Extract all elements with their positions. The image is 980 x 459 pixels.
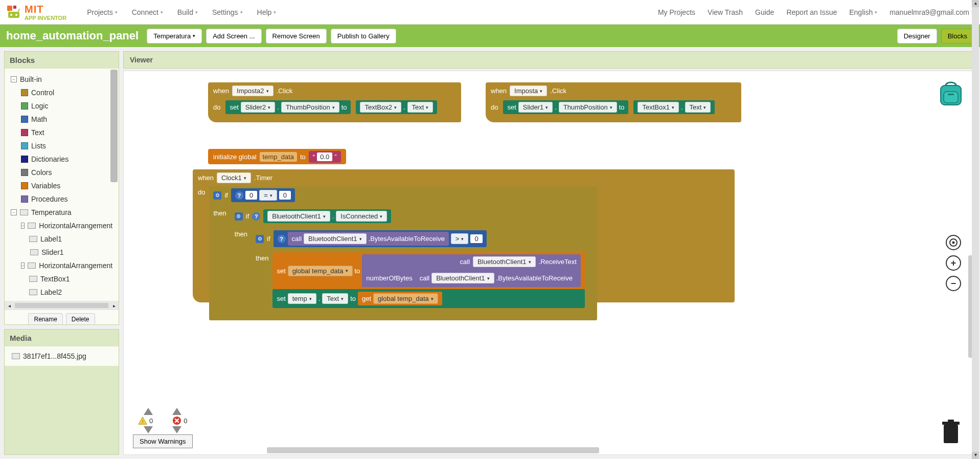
link-my-projects[interactable]: My Projects xyxy=(658,8,695,16)
component-item[interactable]: TextBox1 xyxy=(9,272,115,286)
scroll-right-icon[interactable]: ▸ xyxy=(109,303,119,309)
triangle-down-icon[interactable] xyxy=(144,426,153,433)
category-colors[interactable]: Colors xyxy=(9,166,115,179)
blocks-tab-button[interactable]: Blocks xyxy=(941,29,974,43)
help-icon[interactable]: ? xyxy=(235,191,243,200)
number-input[interactable]: 0 xyxy=(279,191,291,200)
page-scrollbar[interactable]: ▴ ▾ xyxy=(972,0,979,459)
show-warnings-button[interactable]: Show Warnings xyxy=(133,434,193,448)
number-input[interactable]: 0 xyxy=(470,234,482,243)
if-block[interactable]: ⚙ if ? 0 = 0 then xyxy=(209,186,597,320)
set-variable-block[interactable]: set global temp_data to call xyxy=(272,252,585,289)
link-guide[interactable]: Guide xyxy=(755,8,774,16)
designer-tab-button[interactable]: Designer xyxy=(897,29,937,43)
property-block[interactable]: BluetoothClient1 . IsConnected xyxy=(263,209,391,223)
blocks-viewer[interactable]: when Imposta2 .Click do set Slider2 . Th… xyxy=(123,71,976,455)
text-value[interactable]: 0.0 xyxy=(317,152,332,161)
menu-settings[interactable]: Settings xyxy=(212,8,243,16)
blocks-canvas[interactable]: when Imposta2 .Click do set Slider2 . Th… xyxy=(124,71,975,454)
trash-icon[interactable] xyxy=(941,420,961,444)
zoom-in-button[interactable]: + xyxy=(946,255,961,271)
gear-icon[interactable]: ⚙ xyxy=(235,212,243,221)
scroll-down-icon[interactable]: ▾ xyxy=(972,452,979,459)
language-dropdown[interactable]: English xyxy=(849,8,877,16)
operator-dropdown[interactable]: = xyxy=(259,190,277,201)
call-block[interactable]: call BluetoothClient1 .BytesAvailableToR… xyxy=(416,271,577,285)
viewer-hscrollbar[interactable] xyxy=(124,447,968,453)
backpack-icon[interactable] xyxy=(937,78,965,107)
category-variables[interactable]: Variables xyxy=(9,179,115,192)
category-logic[interactable]: Logic xyxy=(9,99,115,113)
collapse-icon[interactable]: − xyxy=(21,263,25,269)
if-block[interactable]: ⚙ if ? BluetoothClient1 . IsConnected xyxy=(231,207,593,316)
recenter-button[interactable] xyxy=(946,235,961,250)
category-math[interactable]: Math xyxy=(9,113,115,126)
scrollbar-thumb[interactable] xyxy=(267,447,599,453)
property-dropdown[interactable]: ThumbPosition xyxy=(281,102,339,113)
operator-dropdown[interactable]: > xyxy=(451,233,469,244)
menu-build[interactable]: Build xyxy=(177,8,198,16)
component-dropdown[interactable]: Imposta xyxy=(510,85,547,96)
palette-scrollbar[interactable] xyxy=(110,70,118,182)
category-dictionaries[interactable]: Dictionaries xyxy=(9,152,115,166)
menu-projects[interactable]: Projects xyxy=(87,8,118,16)
rename-button[interactable]: Rename xyxy=(28,313,62,324)
user-dropdown[interactable]: manuelmra9@gmail.com xyxy=(890,8,974,16)
component-dropdown[interactable]: TextBox1 xyxy=(637,102,678,113)
call-block[interactable]: call BluetoothClient1 .BytesAvailableToR… xyxy=(288,232,449,246)
component-dropdown[interactable]: BluetoothClient1 xyxy=(473,256,535,267)
triangle-up-icon[interactable] xyxy=(144,408,153,415)
component-item[interactable]: −HorizontalArrangement xyxy=(9,259,115,272)
category-control[interactable]: Control xyxy=(9,86,115,99)
remove-screen-button[interactable]: Remove Screen xyxy=(266,29,327,43)
category-procedures[interactable]: Procedures xyxy=(9,192,115,206)
number-input[interactable]: 0 xyxy=(245,191,257,200)
set-block[interactable]: set Slider1 . ThumbPosition to xyxy=(503,100,628,114)
scroll-left-icon[interactable]: ◂ xyxy=(5,303,14,309)
component-dropdown[interactable]: BluetoothClient1 xyxy=(304,233,366,244)
help-icon[interactable]: ? xyxy=(278,235,286,243)
zoom-out-button[interactable]: − xyxy=(946,276,961,291)
block-when-clock1-timer[interactable]: when Clock1 .Timer do ⚙ if ? xyxy=(193,169,735,302)
text-literal-block[interactable]: “ 0.0 ” xyxy=(309,151,341,163)
tree-builtin[interactable]: − Built-in xyxy=(9,73,115,86)
equals-block[interactable]: ? 0 = 0 xyxy=(231,188,295,202)
collapse-icon[interactable]: − xyxy=(21,223,25,229)
block-init-global[interactable]: initialize global temp_data to “ 0.0 ” xyxy=(208,149,346,164)
triangle-up-icon[interactable] xyxy=(172,408,181,415)
component-item[interactable]: Slider1 xyxy=(9,246,115,259)
logo[interactable]: MIT APP INVENTOR xyxy=(6,4,66,20)
variable-dropdown[interactable]: global temp_data xyxy=(373,293,438,304)
property-dropdown[interactable]: ThumbPosition xyxy=(559,102,617,113)
scroll-up-icon[interactable]: ▴ xyxy=(972,0,979,7)
call-receivetext-block[interactable]: call BluetoothClient1 .ReceiveText numbe… xyxy=(362,254,581,287)
if-block[interactable]: ⚙ if ? call BluetoothClient1 xyxy=(252,228,589,312)
menu-connect[interactable]: Connect xyxy=(132,8,163,16)
set-property-block[interactable]: set temp . Text to get xyxy=(272,289,585,308)
triangle-down-icon[interactable] xyxy=(172,426,181,433)
media-file-item[interactable]: 381f7ef1...8f455.jpg xyxy=(10,349,113,363)
component-dropdown[interactable]: Imposta2 xyxy=(232,85,273,96)
publish-gallery-button[interactable]: Publish to Gallery xyxy=(331,29,396,43)
get-property-block[interactable]: TextBox1 . Text xyxy=(633,100,715,114)
get-property-block[interactable]: TextBox2 . Text xyxy=(356,100,437,114)
add-screen-button[interactable]: Add Screen ... xyxy=(206,29,261,43)
gear-icon[interactable]: ⚙ xyxy=(256,235,264,243)
get-variable-block[interactable]: get global temp_data xyxy=(358,292,442,305)
property-dropdown[interactable]: IsConnected xyxy=(336,211,387,222)
component-dropdown[interactable]: Slider1 xyxy=(518,102,553,113)
variable-dropdown[interactable]: global temp_data xyxy=(288,266,353,276)
variable-name[interactable]: temp_data xyxy=(260,152,297,162)
component-dropdown[interactable]: Slider2 xyxy=(241,102,275,113)
block-when-imposta-click[interactable]: when Imposta .Click do set Slider1 . Thu… xyxy=(486,82,741,122)
set-block[interactable]: set Slider2 . ThumbPosition to xyxy=(225,100,351,114)
gear-icon[interactable]: ⚙ xyxy=(213,191,221,200)
menu-help[interactable]: Help xyxy=(257,8,277,16)
delete-button[interactable]: Delete xyxy=(66,313,95,324)
collapse-icon[interactable]: − xyxy=(11,209,17,215)
component-dropdown[interactable]: BluetoothClient1 xyxy=(431,273,494,283)
collapse-icon[interactable]: − xyxy=(11,76,17,82)
property-dropdown[interactable]: Text xyxy=(322,293,348,304)
block-when-imposta2-click[interactable]: when Imposta2 .Click do set Slider2 . Th… xyxy=(208,82,461,122)
tree-screen[interactable]: − Temperatura xyxy=(9,206,115,219)
